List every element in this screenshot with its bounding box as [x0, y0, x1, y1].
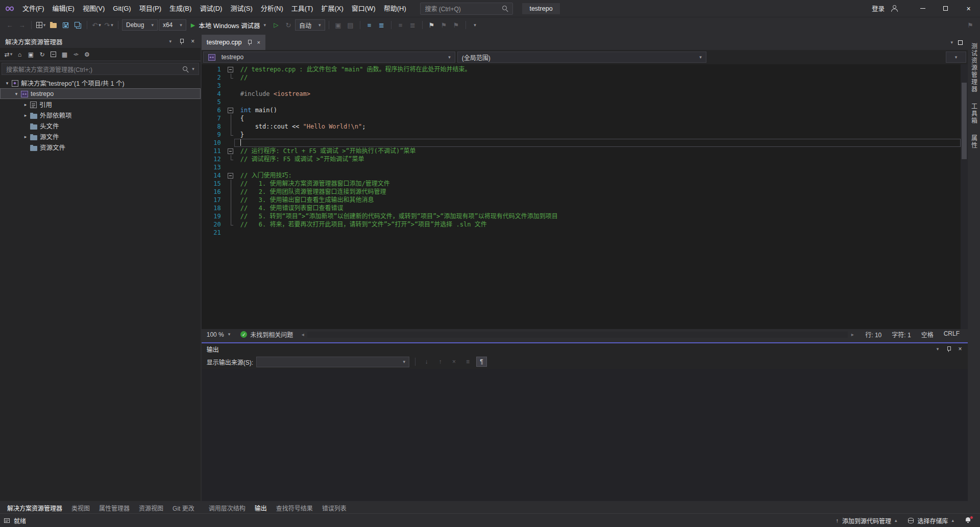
code-line[interactable]: 8 std::cout << "Hello World!\n"; [202, 122, 961, 131]
tree-item[interactable]: 资源文件 [0, 142, 201, 153]
tree-expander-icon[interactable]: ▸ [21, 134, 30, 139]
view-code-button[interactable]: </> [70, 49, 81, 60]
tool-window-tab[interactable]: 属性管理器 [95, 503, 134, 513]
profiler-button[interactable]: ▤ [345, 19, 356, 31]
navigate-back-icon[interactable]: ← [4, 19, 15, 31]
code-line[interactable]: 9} [202, 131, 961, 139]
code-line[interactable]: 16// 2. 使用团队资源管理器窗口连接到源代码管理 [202, 188, 961, 196]
select-repository-button[interactable]: 选择存储库 ▴ [903, 514, 959, 527]
save-all-button[interactable] [72, 19, 83, 31]
code-line[interactable]: 14// 入门使用技巧: [202, 171, 961, 180]
tool-window-tab[interactable]: Git 更改 [168, 503, 199, 513]
tool-window-tab[interactable]: 类视图 [67, 503, 94, 513]
menu-item[interactable]: 文件(F) [18, 5, 48, 12]
hot-reload-mode-dropdown[interactable]: 自动▾ [295, 19, 325, 31]
platform-dropdown[interactable]: x64▾ [159, 19, 186, 31]
code-line[interactable]: 13 [202, 163, 961, 171]
menu-item[interactable]: 帮助(H) [380, 5, 410, 12]
attach-to-process-button[interactable]: ▣ [333, 19, 344, 31]
menu-item[interactable]: 测试(S) [226, 5, 256, 12]
tree-item[interactable]: ▾testrepo [0, 88, 201, 99]
auto-hide-tab[interactable]: 测试资源管理器 [970, 43, 978, 93]
code-editor[interactable]: 1// testrepo.cpp : 此文件包含 "main" 函数。程序执行将… [202, 64, 968, 329]
code-line[interactable]: 15// 1. 使用解决方案资源管理器窗口添加/管理文件 [202, 180, 961, 188]
fold-collapse-icon[interactable] [227, 171, 234, 180]
close-button[interactable]: × [957, 0, 980, 17]
minimize-button[interactable] [911, 0, 934, 17]
navigate-forward-icon[interactable]: → [16, 19, 28, 31]
code-line[interactable]: 4#include <iostream> [202, 90, 961, 98]
code-line[interactable]: 1// testrepo.cpp : 此文件包含 "main" 函数。程序执行将… [202, 65, 961, 73]
indent-mode-indicator[interactable]: 空格 [921, 330, 934, 339]
member-dropdown[interactable]: ▾ [946, 52, 966, 63]
output-content[interactable] [202, 369, 968, 501]
open-file-button[interactable] [47, 19, 59, 31]
add-to-source-control-button[interactable]: ↑ 添加到源代码管理 ▴ [831, 514, 901, 527]
code-line[interactable]: 11// 运行程序: Ctrl + F5 或调试 >“开始执行(不调试)”菜单 [202, 147, 961, 155]
vertical-scrollbar[interactable] [961, 64, 968, 329]
tool-window-tab[interactable]: 查找符号结果 [272, 503, 317, 513]
pin-tab-icon[interactable] [247, 39, 253, 46]
code-line[interactable]: 7{ [202, 114, 961, 122]
close-panel-button[interactable]: × [955, 344, 965, 354]
tree-item[interactable]: ▸引用 [0, 99, 201, 110]
code-line[interactable]: 18// 4. 使用错误列表窗口查看错误 [202, 204, 961, 212]
close-tab-icon[interactable]: × [257, 39, 260, 45]
goto-prev-message-button[interactable]: ↑ [435, 357, 446, 367]
pin-button[interactable] [177, 37, 186, 46]
menu-item[interactable]: 调试(D) [195, 5, 226, 12]
menu-item[interactable]: 视图(V) [79, 5, 109, 12]
decrease-indent-button[interactable]: ≡ [395, 19, 406, 31]
notifications-button[interactable] [961, 514, 976, 527]
close-panel-button[interactable]: × [188, 37, 198, 46]
code-line[interactable]: 2// [202, 73, 961, 82]
sign-in-button[interactable]: 登录 [872, 4, 885, 13]
menu-item[interactable]: 生成(B) [165, 5, 195, 12]
menu-item[interactable]: Git(G) [109, 5, 135, 12]
sync-with-active-document-button[interactable]: ↻ [37, 49, 47, 60]
line-indicator[interactable]: 行: 10 [865, 330, 881, 339]
project-dropdown[interactable]: testrepo ▾ [203, 52, 455, 63]
tool-window-tab[interactable]: 调用层次结构 [205, 503, 250, 513]
float-window-icon[interactable] [958, 40, 963, 45]
toggle-bookmark-button[interactable]: ⚑ [426, 19, 437, 31]
maximize-button[interactable] [934, 0, 957, 17]
horizontal-scrollbar[interactable]: ◂ ▸ [298, 329, 857, 340]
solution-explorer-search-box[interactable]: 搜索解决方案资源管理器(Ctrl+;) ▾ [2, 63, 199, 75]
toolbar-overflow-button[interactable]: ▾ [470, 19, 481, 31]
window-menu-button[interactable]: ▾ [933, 344, 942, 354]
code-line[interactable]: 21 [202, 229, 961, 237]
increase-indent-button[interactable]: ≣ [407, 19, 419, 31]
document-tab[interactable]: testrepo.cpp × [202, 35, 265, 50]
configuration-dropdown[interactable]: Debug▾ [122, 19, 158, 31]
comment-lines-button[interactable]: ≡ [364, 19, 375, 31]
tool-window-tab[interactable]: 解决方案资源管理器 [3, 503, 66, 513]
scope-dropdown[interactable]: (全局范围) ▾ [457, 52, 706, 63]
clear-all-button[interactable]: × [449, 357, 459, 367]
save-button[interactable] [60, 19, 71, 31]
auto-hide-tab[interactable]: 属性 [970, 135, 978, 149]
tool-window-tab[interactable]: 输出 [251, 503, 271, 513]
start-without-debugging-button[interactable]: ▷ [271, 19, 282, 31]
tree-expander-icon[interactable]: ▸ [21, 113, 30, 118]
eol-indicator[interactable]: CRLF [944, 330, 960, 339]
fold-collapse-icon[interactable] [227, 147, 234, 155]
next-bookmark-button[interactable]: ⚑ [451, 19, 462, 31]
uncomment-lines-button[interactable]: ≣ [376, 19, 387, 31]
menu-item[interactable]: 项目(P) [135, 5, 165, 12]
document-health-indicator[interactable]: ✓ 未找到相关问题 [235, 330, 298, 339]
auto-hide-tab[interactable]: 工具箱 [970, 103, 978, 124]
active-files-dropdown-icon[interactable]: ▾ [950, 40, 953, 45]
properties-button[interactable]: ⚙ [82, 49, 92, 60]
column-indicator[interactable]: 字符: 1 [892, 330, 911, 339]
code-line[interactable]: 19// 5. 转到“项目”>“添加新项”以创建新的代码文件，或转到“项目”>“… [202, 212, 961, 220]
code-line[interactable]: 6int main() [202, 106, 961, 114]
fold-collapse-icon[interactable] [227, 106, 234, 114]
menu-item[interactable]: 扩展(X) [317, 5, 347, 12]
tree-item[interactable]: ▸源文件 [0, 131, 201, 142]
messages-list-button[interactable]: ≡ [462, 357, 473, 367]
goto-next-message-button[interactable]: ↓ [421, 357, 432, 367]
output-panel-header[interactable]: 输出 ▾ × [202, 343, 968, 355]
code-line[interactable]: 5 [202, 98, 961, 106]
scroll-left-icon[interactable]: ◂ [298, 332, 307, 337]
